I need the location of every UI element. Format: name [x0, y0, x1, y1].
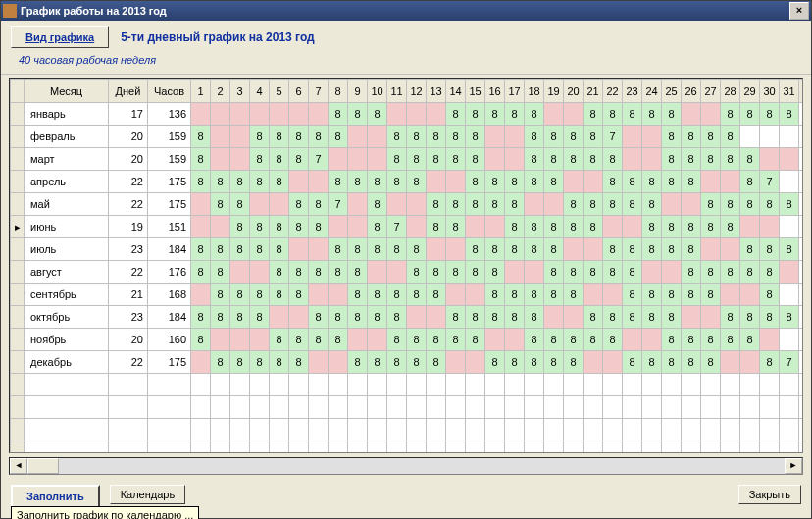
day-cell[interactable] [780, 148, 799, 171]
month-cell[interactable]: ноябрь [25, 329, 109, 351]
day-cell[interactable]: 8 [642, 351, 662, 374]
day-cell[interactable]: 8 [250, 351, 270, 374]
day-cell[interactable] [584, 284, 603, 306]
day-cell[interactable]: 8 [309, 306, 329, 329]
col-day[interactable]: 22 [603, 80, 623, 103]
month-cell[interactable]: сентябрь [25, 284, 109, 306]
table-row[interactable]: январь1713688888888888888888 [11, 103, 804, 126]
day-cell[interactable]: 8 [250, 306, 270, 329]
col-hours[interactable]: Часов [148, 80, 191, 103]
col-day[interactable]: 8 [329, 80, 348, 103]
col-more-icon[interactable]: ▸ [799, 80, 804, 103]
day-cell[interactable]: 8 [387, 171, 407, 193]
day-cell[interactable]: 8 [466, 103, 485, 126]
day-cell[interactable]: 8 [544, 351, 564, 374]
day-cell[interactable]: 8 [191, 261, 211, 284]
days-cell[interactable]: 23 [109, 306, 148, 329]
close-icon[interactable]: × [789, 2, 809, 20]
days-cell[interactable]: 19 [109, 216, 148, 238]
col-day[interactable]: 11 [387, 80, 407, 103]
col-day[interactable]: 24 [642, 80, 662, 103]
month-cell[interactable]: июль [25, 238, 109, 261]
day-cell[interactable]: 8 [466, 171, 485, 193]
day-cell[interactable]: 8 [289, 126, 309, 148]
day-cell[interactable] [564, 238, 584, 261]
day-cell[interactable] [485, 148, 505, 171]
day-cell[interactable]: 8 [485, 193, 505, 216]
day-cell[interactable]: 8 [505, 171, 525, 193]
day-cell[interactable] [682, 306, 701, 329]
day-cell[interactable]: 8 [270, 238, 289, 261]
hours-cell[interactable]: 184 [148, 238, 191, 261]
day-cell[interactable]: 7 [309, 148, 329, 171]
day-cell[interactable]: 8 [623, 193, 642, 216]
day-cell[interactable]: 8 [485, 171, 505, 193]
day-cell[interactable]: 8 [387, 284, 407, 306]
day-cell[interactable]: 8 [329, 329, 348, 351]
table-row[interactable]: февраль2015988888888888888878888 [11, 126, 804, 148]
schedule-grid[interactable]: МесяцДнейЧасов12345678910111213141516171… [9, 78, 803, 453]
day-cell[interactable] [505, 148, 525, 171]
day-cell[interactable] [407, 103, 427, 126]
day-cell[interactable]: 8 [721, 329, 740, 351]
day-cell[interactable]: 8 [584, 261, 603, 284]
day-cell[interactable]: 8 [368, 284, 387, 306]
hours-cell[interactable]: 159 [148, 148, 191, 171]
day-cell[interactable]: 8 [309, 261, 329, 284]
day-cell[interactable] [368, 148, 387, 171]
day-cell[interactable]: 8 [642, 103, 662, 126]
day-cell[interactable] [780, 261, 799, 284]
day-cell[interactable]: 8 [329, 103, 348, 126]
day-cell[interactable]: 8 [564, 284, 584, 306]
day-cell[interactable] [230, 261, 250, 284]
day-cell[interactable] [701, 103, 721, 126]
day-cell[interactable]: 8 [584, 126, 603, 148]
day-cell[interactable]: 8 [682, 284, 701, 306]
day-cell[interactable]: 8 [780, 306, 799, 329]
horizontal-scrollbar[interactable]: ◄ ► [9, 457, 803, 475]
col-day[interactable]: 26 [682, 80, 701, 103]
table-row[interactable]: май22175888878888888888888888 [11, 193, 804, 216]
day-cell[interactable] [446, 284, 466, 306]
day-cell[interactable] [191, 284, 211, 306]
day-cell[interactable]: 8 [623, 103, 642, 126]
day-cell[interactable]: 8 [721, 103, 740, 126]
month-cell[interactable]: август [25, 261, 109, 284]
day-cell[interactable] [329, 351, 348, 374]
day-cell[interactable] [623, 148, 642, 171]
day-cell[interactable]: 8 [584, 216, 603, 238]
col-day[interactable]: 6 [289, 80, 309, 103]
day-cell[interactable]: 8 [270, 126, 289, 148]
day-cell[interactable]: 8 [642, 193, 662, 216]
day-cell[interactable]: 8 [348, 261, 368, 284]
day-cell[interactable]: 8 [368, 351, 387, 374]
day-cell[interactable] [348, 126, 368, 148]
day-cell[interactable]: 8 [329, 126, 348, 148]
day-cell[interactable]: 8 [525, 103, 544, 126]
day-cell[interactable]: 8 [427, 193, 446, 216]
day-cell[interactable]: 8 [270, 171, 289, 193]
day-cell[interactable] [544, 103, 564, 126]
month-cell[interactable]: январь [25, 103, 109, 126]
day-cell[interactable]: 8 [466, 126, 485, 148]
day-cell[interactable]: 8 [485, 306, 505, 329]
day-cell[interactable]: 8 [427, 148, 446, 171]
day-cell[interactable]: 8 [505, 216, 525, 238]
day-cell[interactable]: 8 [603, 193, 623, 216]
day-cell[interactable] [505, 126, 525, 148]
hours-cell[interactable]: 184 [148, 306, 191, 329]
day-cell[interactable]: 8 [387, 126, 407, 148]
day-cell[interactable]: 8 [446, 148, 466, 171]
day-cell[interactable] [289, 306, 309, 329]
day-cell[interactable]: 8 [662, 171, 682, 193]
day-cell[interactable]: 8 [564, 216, 584, 238]
col-day[interactable]: 17 [505, 80, 525, 103]
col-day[interactable]: 2 [211, 80, 230, 103]
day-cell[interactable] [682, 193, 701, 216]
col-day[interactable]: 13 [427, 80, 446, 103]
col-month[interactable]: Месяц [25, 80, 109, 103]
day-cell[interactable]: 8 [564, 126, 584, 148]
scroll-left-icon[interactable]: ◄ [10, 458, 27, 474]
day-cell[interactable]: 8 [446, 126, 466, 148]
col-day[interactable]: 19 [544, 80, 564, 103]
